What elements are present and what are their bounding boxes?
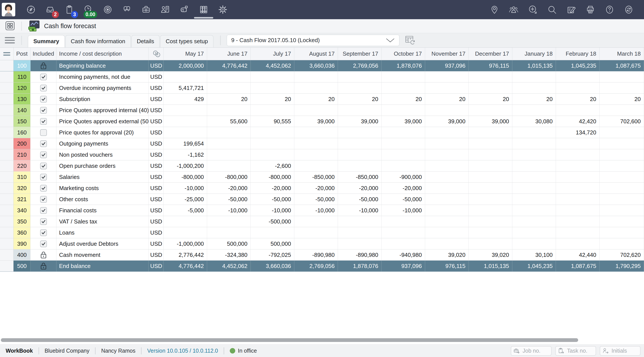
- value-cell[interactable]: [512, 160, 556, 171]
- value-cell[interactable]: [512, 138, 556, 149]
- value-cell[interactable]: [425, 127, 469, 138]
- value-cell[interactable]: -10,000: [207, 205, 251, 216]
- column-header-month[interactable]: July 17: [251, 48, 294, 60]
- value-cell[interactable]: -20,000: [294, 183, 338, 194]
- value-cell[interactable]: [164, 105, 207, 116]
- value-cell[interactable]: [294, 71, 338, 82]
- job-no-field-input[interactable]: [522, 347, 549, 354]
- avatar[interactable]: [2, 3, 15, 16]
- value-cell[interactable]: -800,000: [251, 172, 294, 182]
- value-cell[interactable]: [556, 160, 600, 171]
- value-cell[interactable]: -800,000: [164, 172, 207, 182]
- value-cell[interactable]: [469, 83, 512, 93]
- value-cell[interactable]: 39,000: [338, 116, 382, 127]
- value-cell[interactable]: -20,000: [207, 183, 251, 194]
- included-checkbox-checked[interactable]: [40, 96, 47, 103]
- inquiries-button[interactable]: [175, 0, 194, 19]
- value-cell[interactable]: [164, 71, 207, 82]
- value-cell[interactable]: [338, 83, 382, 93]
- value-cell[interactable]: [469, 172, 512, 182]
- time-entry-button[interactable]: 0.00: [79, 0, 98, 19]
- value-cell[interactable]: [164, 127, 207, 138]
- column-header-month[interactable]: September 17: [338, 48, 382, 60]
- value-cell[interactable]: [382, 83, 425, 93]
- value-cell[interactable]: [556, 172, 600, 182]
- value-cell[interactable]: [469, 105, 512, 116]
- value-cell[interactable]: -2,600: [251, 160, 294, 171]
- value-cell[interactable]: -5,000: [164, 205, 207, 216]
- value-cell[interactable]: [512, 194, 556, 205]
- column-header-month[interactable]: December 17: [469, 48, 512, 60]
- value-cell[interactable]: [164, 227, 207, 238]
- value-cell[interactable]: 42,420: [556, 116, 600, 127]
- tab-cost-types-setup[interactable]: Cost types setup: [160, 35, 214, 47]
- included-checkbox-checked[interactable]: [40, 229, 47, 236]
- value-cell[interactable]: [512, 83, 556, 93]
- tab-summary[interactable]: Summary: [28, 35, 65, 47]
- column-header-month[interactable]: August 17: [294, 48, 338, 60]
- value-cell[interactable]: [425, 149, 469, 160]
- refresh-grid-button[interactable]: [405, 35, 416, 46]
- value-cell[interactable]: 702,600: [600, 116, 644, 127]
- value-cell[interactable]: [600, 227, 644, 238]
- jobs-button[interactable]: [117, 0, 136, 19]
- value-cell[interactable]: [207, 227, 251, 238]
- value-cell[interactable]: [469, 238, 512, 249]
- value-cell[interactable]: [338, 160, 382, 171]
- value-cell[interactable]: [469, 127, 512, 138]
- navigator-button[interactable]: [21, 0, 40, 19]
- value-cell[interactable]: -1,162: [164, 149, 207, 160]
- value-cell[interactable]: 500,000: [207, 238, 251, 249]
- value-cell[interactable]: [382, 71, 425, 82]
- value-cell[interactable]: [382, 216, 425, 227]
- value-cell[interactable]: [207, 127, 251, 138]
- value-cell[interactable]: 500,000: [251, 238, 294, 249]
- included-checkbox-checked[interactable]: [40, 74, 47, 80]
- value-cell[interactable]: -20,000: [382, 183, 425, 194]
- value-cell[interactable]: [294, 227, 338, 238]
- column-header-month[interactable]: November 17: [425, 48, 469, 60]
- value-cell[interactable]: 20: [294, 94, 338, 105]
- sync-button[interactable]: [619, 0, 638, 19]
- value-cell[interactable]: 134,720: [556, 127, 600, 138]
- column-header-month[interactable]: March 18: [600, 48, 644, 60]
- included-checkbox-checked[interactable]: [40, 185, 47, 192]
- value-cell[interactable]: -10,000: [251, 205, 294, 216]
- value-cell[interactable]: [512, 227, 556, 238]
- value-cell[interactable]: [207, 71, 251, 82]
- value-cell[interactable]: -50,000: [251, 194, 294, 205]
- value-cell[interactable]: [338, 105, 382, 116]
- value-cell[interactable]: 39,000: [382, 116, 425, 127]
- value-cell[interactable]: [556, 105, 600, 116]
- initials-field-input[interactable]: [611, 347, 638, 354]
- value-cell[interactable]: 20: [600, 94, 644, 105]
- value-cell[interactable]: [556, 71, 600, 82]
- value-cell[interactable]: [600, 105, 644, 116]
- tab-cash-flow-information[interactable]: Cash flow information: [66, 35, 131, 47]
- value-cell[interactable]: [600, 205, 644, 216]
- included-checkbox-checked[interactable]: [40, 118, 47, 125]
- value-cell[interactable]: [512, 105, 556, 116]
- value-cell[interactable]: [164, 116, 207, 127]
- value-cell[interactable]: [600, 160, 644, 171]
- value-cell[interactable]: [294, 216, 338, 227]
- value-cell[interactable]: [382, 160, 425, 171]
- value-cell[interactable]: [207, 83, 251, 93]
- value-cell[interactable]: [600, 71, 644, 82]
- value-cell[interactable]: [600, 183, 644, 194]
- value-cell[interactable]: 55,600: [207, 116, 251, 127]
- print-button[interactable]: [581, 0, 600, 19]
- value-cell[interactable]: [338, 238, 382, 249]
- value-cell[interactable]: [556, 194, 600, 205]
- value-cell[interactable]: [338, 149, 382, 160]
- value-cell[interactable]: [600, 127, 644, 138]
- value-cell[interactable]: [469, 183, 512, 194]
- value-cell[interactable]: [251, 83, 294, 93]
- value-cell[interactable]: 20: [251, 94, 294, 105]
- value-cell[interactable]: -50,000: [382, 194, 425, 205]
- included-checkbox-checked[interactable]: [40, 107, 47, 114]
- value-cell[interactable]: [251, 227, 294, 238]
- value-cell[interactable]: 429: [164, 94, 207, 105]
- value-cell[interactable]: [556, 216, 600, 227]
- value-cell[interactable]: [425, 138, 469, 149]
